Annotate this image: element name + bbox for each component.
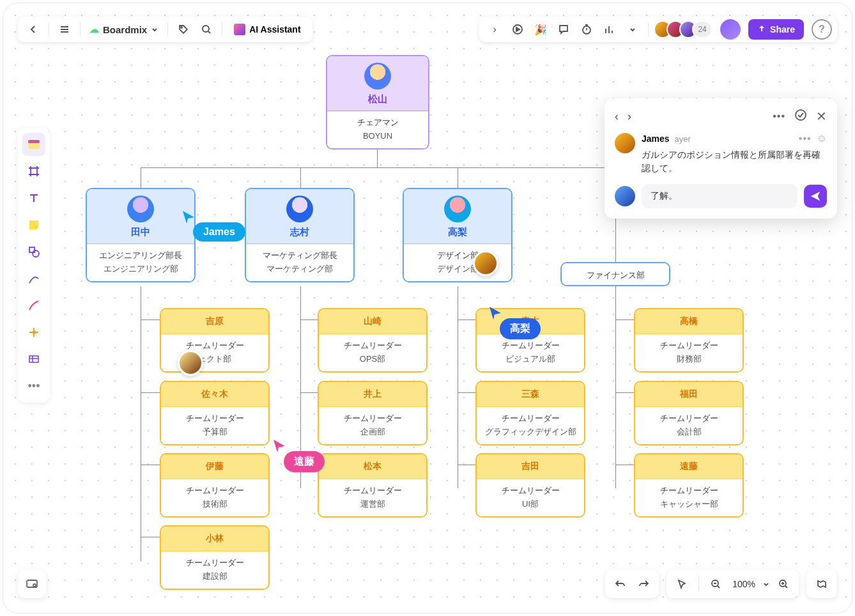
chevron-down-icon [151,26,158,33]
org-card-team[interactable]: 井上チームリーダー企画部 [318,381,427,445]
shape-tool[interactable] [22,240,45,263]
avatar-count: 24 [692,20,712,38]
ai-logo-icon [234,24,245,35]
mindmap-tool[interactable] [22,321,45,344]
help-button[interactable]: ? [812,19,832,40]
text-tool[interactable] [22,187,45,210]
org-card-team[interactable]: 佐々木チームリーダー予算部 [160,381,270,445]
svg-point-9 [33,331,35,334]
collaborator-cursor-takanashi: 高梨 [488,305,541,339]
org-card-team[interactable]: 遠藤チームリーダーキャッシャー部 [634,453,744,518]
chart-button[interactable] [599,19,620,40]
back-button[interactable] [23,19,43,40]
zoom-in-button[interactable] [774,575,792,593]
zoom-out-button[interactable] [707,575,725,593]
comment-msg-more-icon[interactable]: ••• [799,133,812,144]
ai-assistant-button[interactable]: AI Assistant [227,19,307,40]
collaborator-avatars[interactable]: 24 [654,20,712,38]
presentation-button[interactable] [18,570,46,598]
svg-point-2 [203,26,209,32]
user-avatar-on-card [473,250,498,276]
user-avatar-on-card [178,350,203,376]
share-button[interactable]: Share [748,19,804,40]
templates-tool[interactable] [22,133,45,156]
redo-button[interactable] [635,575,652,593]
svg-point-8 [33,250,39,257]
frame-tool[interactable] [22,160,45,183]
connector-tool[interactable] [22,267,45,290]
org-card-team[interactable]: 三森チームリーダーグラフィックデザイン部 [475,381,585,445]
comment-resolve-icon[interactable] [794,109,807,124]
current-user-avatar[interactable] [720,19,741,40]
org-card-team[interactable]: 伊藤チームリーダー技術部 [160,453,270,518]
pen-tool[interactable] [22,294,45,317]
comment-reply-input[interactable]: 了解。 [642,184,797,208]
more-tools[interactable]: ••• [22,374,45,397]
comment-text: ガルシアのポジション情報と所属部署を再確認して。 [642,148,827,175]
svg-point-1 [181,27,182,28]
org-card-dept-2[interactable]: 志村 マーケティング部長マーケティング部 [245,188,355,282]
comment-panel[interactable]: ‹ › ••• ✕ James ayer ••• ☺ ガルシアのポジション情報と… [605,98,837,219]
board-name-dropdown[interactable]: ☁ Boardmix [86,24,162,35]
collaborator-cursor-james: James [181,210,245,242]
emoji-icon[interactable]: ☺ [817,133,827,144]
org-card-dept-1[interactable]: 田中 エンジニアリング部長エンジニアリング部 [86,188,196,282]
zoom-level[interactable]: 100% [730,579,758,589]
confetti-button[interactable]: 🎉 [530,19,551,40]
chevron-down-icon[interactable] [763,581,769,587]
comment-close-icon[interactable]: ✕ [816,109,827,124]
cloud-icon: ☁ [89,24,99,35]
menu-button[interactable] [54,19,75,40]
org-card-dept-4[interactable]: ファイナンス部 [560,262,670,286]
avatar [615,133,635,153]
svg-point-12 [33,584,36,587]
comment-time: ayer [675,134,691,144]
org-card-chairman[interactable]: 松山 チェアマンBOYUN [326,55,429,150]
avatar [615,186,635,206]
comment-more-icon[interactable]: ••• [773,111,785,122]
chat-button[interactable] [553,19,574,40]
org-name: 松山 [368,93,387,104]
search-button[interactable] [196,19,217,40]
org-card-team[interactable]: 吉原チームリーダーェクト部 [160,308,270,373]
svg-rect-10 [29,356,38,362]
svg-rect-6 [28,140,40,143]
table-tool[interactable] [22,348,45,371]
tool-rail: ••• [18,128,50,403]
svg-point-0 [796,110,806,120]
minimap-button[interactable] [813,575,831,593]
org-card-team[interactable]: 山崎チームリーダーOPS部 [318,308,427,373]
tag-button[interactable] [173,19,194,40]
bottom-toolbar: 100% [605,570,837,598]
chevron-right-icon[interactable]: › [484,19,505,40]
share-icon [757,25,766,34]
comment-author: James [642,134,670,144]
play-button[interactable] [507,19,528,40]
org-card-team[interactable]: 松本チームリーダー運営部 [318,453,427,518]
org-chart: 松山 チェアマンBOYUN 田中 エンジニアリング部長エンジニアリング部 志村 … [0,0,855,616]
comment-next-icon[interactable]: › [628,110,631,123]
toolbar-left: ☁ Boardmix AI Assistant [18,17,312,42]
more-tools-button[interactable] [622,19,643,40]
sticky-note-tool[interactable] [22,213,45,236]
org-card-team[interactable]: 小林チームリーダー建設部 [160,525,270,590]
pointer-tool[interactable] [673,575,691,593]
org-card-team[interactable]: 福田チームリーダー会計部 [634,381,744,445]
undo-button[interactable] [612,575,629,593]
comment-prev-icon[interactable]: ‹ [615,110,619,123]
comment-send-button[interactable] [804,185,827,208]
collaborator-cursor-endo: 遠藤 [272,438,325,472]
org-card-team[interactable]: 吉田チームリーダーUI部 [475,453,585,518]
org-card-team[interactable]: 高橋チームリーダー財務部 [634,308,744,373]
timer-button[interactable] [576,19,597,40]
toolbar-right: › 🎉 24 Share ? [479,17,837,42]
